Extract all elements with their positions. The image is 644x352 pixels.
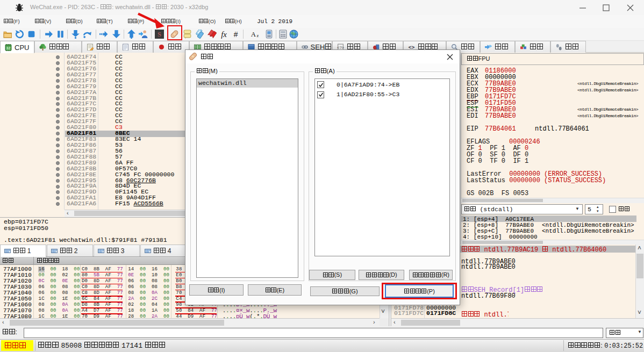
svg-text:z: z xyxy=(256,33,259,38)
svg-text:fx: fx xyxy=(221,30,227,39)
svg-text:A: A xyxy=(251,31,256,38)
svg-text:32: 32 xyxy=(6,46,11,49)
svg-text:#: # xyxy=(234,30,238,39)
